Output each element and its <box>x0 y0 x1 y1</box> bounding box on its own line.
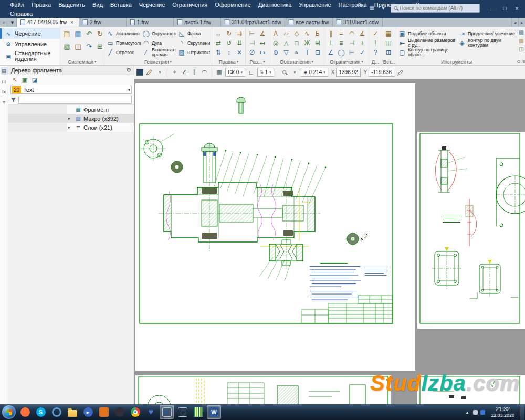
autoline-tool[interactable]: ∿ Автолиния <box>106 29 141 38</box>
show-desktop-button[interactable] <box>520 404 524 420</box>
object-similarity-tool[interactable]: ▣ Подобие объекта <box>398 29 457 38</box>
macro-view-icon[interactable]: ▣ <box>20 76 29 84</box>
new-document-icon[interactable]: ▤ <box>62 29 72 39</box>
move-icon[interactable]: ↔ <box>214 29 223 38</box>
document-tab[interactable]: 2.frw <box>79 18 127 27</box>
tree-item-macro[interactable]: ▸ ▨ Макро (x392) <box>8 114 134 123</box>
hatch-tool[interactable]: ▨ Штриховка <box>177 48 210 57</box>
fix-right-icon[interactable]: ⊢ <box>347 48 356 57</box>
maximize-button[interactable]: □ <box>499 4 510 13</box>
start-button[interactable] <box>2 405 16 419</box>
command-search[interactable] <box>391 4 480 13</box>
skype-icon[interactable]: S <box>34 405 48 419</box>
roughness-icon[interactable]: ≈ <box>292 48 301 57</box>
clip-icon-1[interactable]: ▤ <box>518 28 525 36</box>
frame-icon[interactable]: □ <box>292 38 301 47</box>
group-label-insert[interactable]: Вст... <box>384 58 394 65</box>
diameter-dimension-icon[interactable]: ∅ <box>247 48 257 57</box>
rotate-ccw-icon[interactable]: ↺ <box>224 38 234 47</box>
menu-item[interactable]: Настройка <box>335 0 371 9</box>
select-cursor-icon[interactable]: ↖ <box>10 76 19 84</box>
check-icon[interactable]: ✓ <box>371 29 380 38</box>
chevron-down-icon[interactable]: ▾ <box>290 68 299 77</box>
tab-list-button[interactable]: ▾ <box>8 18 17 27</box>
circle-tool[interactable]: ◯ Окружность <box>142 29 176 38</box>
folder-icon[interactable] <box>65 405 79 419</box>
print-icon[interactable]: ◫ <box>73 41 83 51</box>
mirror-icon[interactable]: ⇊ <box>235 38 244 47</box>
expand-arrow-icon[interactable]: ▸ <box>68 125 73 130</box>
view-arrow-icon[interactable]: ▽ <box>281 48 291 57</box>
menu-item-help[interactable]: Справка <box>6 9 36 18</box>
quick-access-icon[interactable]: ▦ <box>368 4 376 13</box>
search-input[interactable] <box>400 5 473 11</box>
zoom-value-select[interactable]: ⊕0.214▾ <box>301 68 328 77</box>
perpendicular-icon[interactable]: ⊥ <box>326 38 335 47</box>
section-icon[interactable]: △ <box>281 38 291 47</box>
app-ring-icon[interactable] <box>49 405 64 419</box>
menu-tab-icon[interactable]: ≡ <box>1 99 8 106</box>
minus-cell-icon[interactable]: ⊟ <box>313 48 322 57</box>
parallel-icon[interactable]: ∥ <box>326 29 335 38</box>
extend-trim-tool[interactable]: ⇥ Продление/ усечение <box>458 29 515 38</box>
datum-icon[interactable]: ◎ <box>271 38 280 47</box>
segment-tool[interactable]: ╱ Отрезок <box>106 48 141 57</box>
image-icon[interactable]: ◪ <box>30 76 39 84</box>
ortho-mode-icon[interactable]: ∟ <box>247 68 256 77</box>
x-coordinate-field[interactable]: 1396.92 <box>336 68 360 77</box>
group-label-annotations[interactable]: Обозначения▾ <box>271 58 322 65</box>
sidebar-tab-drawing[interactable]: ∿ Черчение <box>0 28 60 39</box>
open-icon[interactable]: ▧ <box>62 41 72 51</box>
sidebar-tab-standard-parts[interactable]: ▣ Стандартные изделия <box>0 49 60 63</box>
chrome-icon[interactable] <box>128 405 142 419</box>
array-icon[interactable]: ⇉ <box>235 29 244 38</box>
tree-item-layers[interactable]: ▸ ≣ Слои (x21) <box>8 123 134 132</box>
chevron-down-icon[interactable]: ▾ <box>128 88 130 92</box>
query-icon[interactable]: ? <box>371 48 380 57</box>
group-label-tools[interactable]: Инструменты <box>398 58 515 65</box>
insert-view-icon[interactable]: ◫ <box>384 38 393 47</box>
group-label-dimensions[interactable]: Раз...▾ <box>247 58 267 65</box>
chamfer-tool[interactable]: ◺ Фаска <box>177 29 210 38</box>
kompas-icon[interactable]: К <box>160 405 174 419</box>
verify-icon[interactable]: ✓ <box>358 48 367 57</box>
tangent-icon[interactable]: ◠ <box>347 29 356 38</box>
weld-icon[interactable]: ⊕ <box>271 48 280 57</box>
fix-left-icon[interactable]: ⊣ <box>347 38 356 47</box>
firefox-icon[interactable] <box>18 405 32 419</box>
minimize-button[interactable]: — <box>487 4 498 13</box>
aligned-dimension-icon[interactable]: ⊣ <box>247 38 257 47</box>
swap-icon[interactable]: ⇄ <box>214 38 223 47</box>
document-tab[interactable]: 1.frw <box>127 18 174 27</box>
document-tab[interactable]: 417-04\19.05.frw × <box>17 18 79 27</box>
tray-app-icon[interactable] <box>473 410 478 415</box>
library-icon[interactable] <box>191 405 205 419</box>
group-label-diagnostics[interactable]: Д... <box>371 58 380 65</box>
layer-color-swatch[interactable] <box>136 69 143 76</box>
base-icon[interactable]: Б <box>313 29 322 38</box>
drawing-canvas[interactable]: StudIzba.com <box>134 79 525 404</box>
document-tab[interactable]: все листы.frw <box>285 18 333 27</box>
angle-dimension-icon[interactable]: ∡ <box>258 29 267 38</box>
fx-tab-icon[interactable]: fx <box>1 88 8 96</box>
two-contours-tool[interactable]: ◈ Контур по двум контурам <box>458 38 515 48</box>
snap-angle-icon[interactable]: ∠ <box>180 68 189 77</box>
document-tab[interactable]: 311\Лист1.cdw <box>333 18 383 27</box>
clipboard-icon[interactable]: ⊞ <box>95 41 102 51</box>
filter-icon[interactable] <box>10 97 16 103</box>
tree-tab-icon[interactable]: ▤ <box>1 67 8 75</box>
gear-icon[interactable]: ⚙ <box>126 67 131 74</box>
coordinate-system-select[interactable]: СК 0▾ <box>225 68 245 77</box>
angle-icon[interactable]: ∠ <box>326 48 335 57</box>
angle-set-icon[interactable]: ∡ <box>358 29 367 38</box>
group-label-geometry[interactable]: Геометрия▾ <box>106 58 210 65</box>
media-player-icon[interactable]: ▸ <box>81 405 95 419</box>
app-dark-icon[interactable] <box>112 405 127 419</box>
menu-item[interactable]: Диагностика <box>255 0 296 9</box>
table-icon[interactable]: Т <box>302 48 312 57</box>
tab-close-icon[interactable]: × <box>69 19 75 26</box>
equal-icon[interactable]: = <box>337 29 346 38</box>
menu-item[interactable]: Вид <box>89 0 107 9</box>
group-label-edit[interactable]: Правка▾ <box>214 58 244 65</box>
y-coordinate-field[interactable]: -119.636 <box>369 68 394 77</box>
